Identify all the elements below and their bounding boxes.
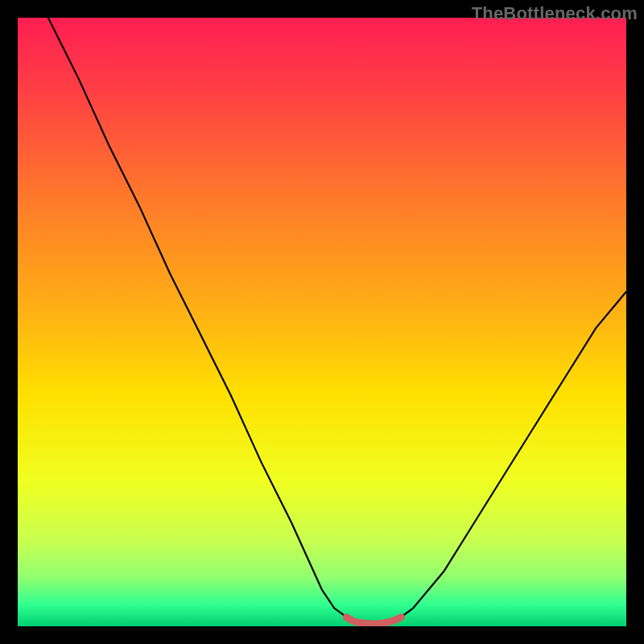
gradient-background: [18, 18, 626, 626]
bottleneck-chart: [18, 18, 626, 626]
chart-canvas: [18, 18, 626, 626]
